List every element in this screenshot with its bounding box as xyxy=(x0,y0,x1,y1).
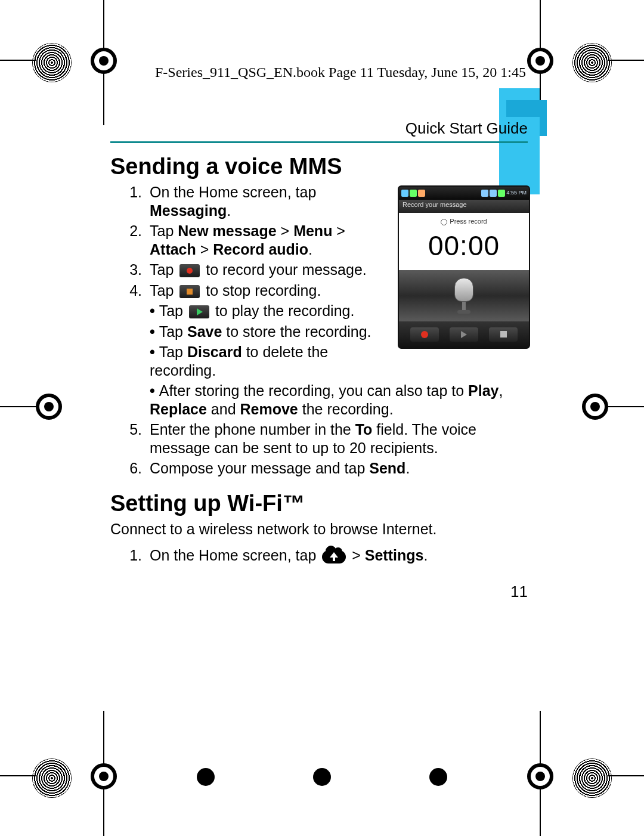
crop-line xyxy=(0,775,36,776)
crop-line xyxy=(608,775,644,776)
crop-line xyxy=(608,60,644,61)
registration-ring xyxy=(91,763,117,789)
heading-wifi: Setting up Wi-Fi™ xyxy=(110,491,528,516)
section-rule xyxy=(110,141,528,143)
registration-dot xyxy=(197,768,215,786)
phone-titlebar: Record your message xyxy=(399,200,529,213)
play-icon xyxy=(189,305,209,318)
wifi-step-1: On the Home screen, tap > Settings. xyxy=(146,546,528,565)
record-icon xyxy=(179,264,200,277)
stop-icon xyxy=(179,285,200,298)
phone-play-button xyxy=(450,327,478,342)
status-icon xyxy=(418,190,425,197)
battery-icon xyxy=(498,190,505,197)
registration-ring xyxy=(36,394,62,420)
registration-ring xyxy=(582,394,608,420)
registration-spiral xyxy=(32,758,72,798)
page-content: Quick Start Guide Sending a voice MMS 4:… xyxy=(110,119,528,601)
status-icon xyxy=(410,190,417,197)
section-label: Quick Start Guide xyxy=(110,119,528,138)
home-icon xyxy=(322,548,346,565)
mms-bullet-after: After storing the recording, you can als… xyxy=(150,382,528,418)
mms-step-5: Enter the phone number in the To field. … xyxy=(146,420,528,457)
heading-mms: Sending a voice MMS xyxy=(110,154,528,179)
registration-spiral xyxy=(572,758,612,798)
crop-line xyxy=(0,406,37,407)
mms-step-6: Compose your message and tap Send. xyxy=(146,459,528,478)
signal-icon xyxy=(481,190,488,197)
status-icon xyxy=(401,190,408,197)
record-timer: 00:00 xyxy=(399,229,529,262)
wifi-icon xyxy=(490,190,497,197)
registration-dot xyxy=(429,768,447,786)
registration-ring xyxy=(527,763,553,789)
phone-illustration: 4:55 PM Record your message Press record… xyxy=(398,185,528,349)
doc-header: F-Series_911_QSG_EN.book Page 11 Tuesday… xyxy=(155,64,526,80)
registration-spiral xyxy=(32,43,72,82)
phone-record-button xyxy=(410,327,439,342)
crop-line xyxy=(0,60,36,61)
mic-graphic xyxy=(399,270,529,321)
status-time: 4:55 PM xyxy=(506,190,527,197)
registration-spiral xyxy=(572,43,612,82)
crop-line xyxy=(607,406,644,407)
registration-ring xyxy=(91,48,117,74)
page-number: 11 xyxy=(110,583,528,601)
press-record-label: Press record xyxy=(399,218,529,225)
wifi-intro: Connect to a wireless network to browse … xyxy=(110,520,528,538)
registration-dot xyxy=(313,768,331,786)
registration-ring xyxy=(527,48,553,74)
phone-stop-button xyxy=(489,327,518,342)
